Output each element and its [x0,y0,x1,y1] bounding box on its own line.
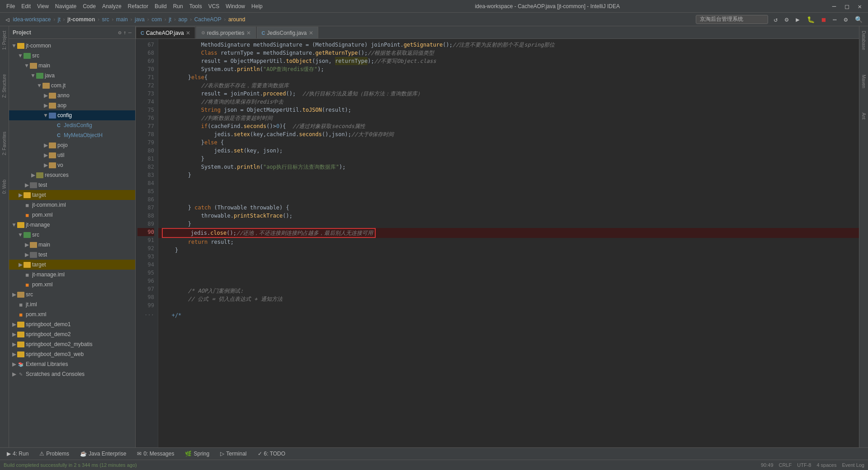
breadcrumb-java[interactable]: java [135,16,145,23]
tree-item-anno[interactable]: ▶ anno [9,90,135,100]
tree-item-aop[interactable]: ▶ aop [9,100,135,110]
tab-problems[interactable]: ⚠ Problems [34,448,74,459]
tab-cacheaop-close[interactable]: ✕ [186,30,190,36]
tree-item-pojo[interactable]: ▶ pojo [9,140,135,150]
back-button[interactable]: ◁ [4,15,11,24]
code-content[interactable]: MethodSignature methodSignature = (Metho… [158,39,859,447]
panel-icon-collapse[interactable]: — [128,29,132,36]
tree-item-jt-iml[interactable]: ▶ ◼ jt.iml [9,299,135,309]
tab-redis-label: redis.properties [207,30,245,36]
arrow-test: ▶ [24,182,30,188]
tab-run[interactable]: ▶ 4: Run [2,448,33,459]
maximize-button[interactable]: □ [842,3,851,10]
breadcrumb-aop[interactable]: aop [178,16,187,23]
database-tab[interactable]: Database [860,28,867,53]
tree-item-jt-manage[interactable]: ▼ jt-manage [9,220,135,230]
tree-item-jt-manage-iml[interactable]: ▶ ◼ jt-manage.iml [9,270,135,280]
menu-view[interactable]: View [34,2,52,10]
menu-code[interactable]: Code [80,2,99,10]
tree-item-pom-root[interactable]: ▶ ◼ pom.xml [9,309,135,319]
tree-item-jt-common-iml[interactable]: ▶ ◼ jt-common.iml [9,200,135,210]
tree-item-vo[interactable]: ▶ vo [9,160,135,170]
tree-item-jedisconfig[interactable]: ▶ C JedisConfig [9,120,135,130]
menu-analyze[interactable]: Analyze [99,2,124,10]
tree-item-jt-manage-main[interactable]: ▶ main [9,240,135,250]
breadcrumb-com[interactable]: com [151,16,162,23]
refresh-button[interactable]: ↺ [772,15,779,24]
tree-item-resources[interactable]: ▶ resources [9,170,135,180]
menu-edit[interactable]: Edit [19,2,33,10]
search-input[interactable] [696,15,768,24]
menu-help[interactable]: Help [249,2,265,10]
tree-item-src[interactable]: ▼ src [9,51,135,61]
debug-button[interactable]: 🐛 [805,15,816,24]
tree-item-util[interactable]: ▶ util [9,150,135,160]
breadcrumb-jt-common[interactable]: jt-common [67,16,95,23]
breadcrumb-main[interactable]: main [116,16,128,23]
menu-tools[interactable]: Tools [187,2,205,10]
tab-terminal[interactable]: ▷ Terminal [215,448,251,459]
breadcrumb-workspace[interactable]: idea-workspace [13,16,51,23]
tab-cacheaop[interactable]: C CacheAOP.java ✕ [136,27,195,38]
tree-item-scratches[interactable]: ▶ ✎ Scratches and Consoles [9,369,135,379]
breadcrumb-jt[interactable]: jt [169,16,171,23]
breadcrumb-around[interactable]: around [228,16,245,23]
tree-item-pom-jt-common[interactable]: ▶ ◼ pom.xml [9,210,135,220]
panel-icon-settings[interactable]: ⚙ [118,29,121,36]
tab-redis-properties[interactable]: ⚙ redis.properties ✕ [196,27,256,38]
stop-button[interactable]: ■ [820,15,827,24]
menu-file[interactable]: File [4,2,18,10]
structure-icon[interactable]: Z: Structure [1,71,8,100]
tab-todo[interactable]: ✓ 6: TODO [253,448,291,459]
menu-window[interactable]: Window [223,2,248,10]
menu-build[interactable]: Build [152,2,170,10]
tree-item-jt-manage-target[interactable]: ▶ target [9,260,135,270]
tree-item-jt-manage-src[interactable]: ▼ src [9,230,135,240]
tree-item-jt-manage-test[interactable]: ▶ test [9,250,135,260]
tree-item-com-jt[interactable]: ▼ com.jt [9,81,135,90]
code-line-72: //表示数据不存在，需要查询数据库 [158,81,859,90]
tree-item-pom-jt-manage[interactable]: ▶ ◼ pom.xml [9,280,135,290]
event-log-button[interactable]: Event Log [842,462,864,468]
breadcrumb-jt[interactable]: jt [58,16,61,23]
tree-item-springboot-demo2-mybatis[interactable]: ▶ springboot_demo2_mybatis [9,339,135,349]
favorites-icon[interactable]: 2: Favorites [1,129,8,158]
minimize-button[interactable]: ─ [830,3,839,10]
tree-item-src-root[interactable]: ▶ src [9,290,135,299]
tree-item-springboot-demo3-web[interactable]: ▶ springboot_demo3_web [9,349,135,359]
tab-messages[interactable]: ✉ 0: Messages [132,448,179,459]
maven-tab[interactable]: Maven [860,72,867,91]
breadcrumb-cacheaop[interactable]: CacheAOP [194,16,222,23]
menu-run[interactable]: Run [170,2,186,10]
zoom-in-icon[interactable]: 🔍 [853,15,864,24]
web-icon[interactable]: 0: Web [1,177,8,197]
project-icon[interactable]: 1: Project [1,28,8,52]
ant-tab[interactable]: Ant [860,110,867,122]
tree-item-target[interactable]: ▶ target [9,190,135,200]
build-button[interactable]: ⚙ [783,15,790,24]
tree-item-mymetaobject[interactable]: ▶ C MyMetaObjectH [9,130,135,140]
tab-spring[interactable]: 🌿 Spring [180,448,214,459]
close-button[interactable]: ✕ [855,3,864,10]
tab-jedisconfig-close[interactable]: ✕ [309,30,313,36]
tree-item-springboot-demo2[interactable]: ▶ springboot_demo2 [9,329,135,339]
tree-item-springboot-demo1[interactable]: ▶ springboot_demo1 [9,319,135,329]
tree-item-jt-common[interactable]: ▼ jt-common [9,41,135,51]
tab-java-enterprise[interactable]: ☕ Java Enterprise [75,448,131,459]
tree-item-external-libs[interactable]: ▶ 📚 External Libraries [9,359,135,369]
menu-navigate[interactable]: Navigate [52,2,79,10]
menu-refactor[interactable]: Refactor [125,2,151,10]
breadcrumb-src[interactable]: src [102,16,109,23]
tree-item-test[interactable]: ▶ test [9,180,135,190]
run-button[interactable]: ▶ [794,15,801,24]
settings-icon[interactable]: ⚙ [842,15,849,24]
tab-redis-close[interactable]: ✕ [246,30,251,36]
tab-jedisconfig[interactable]: C JedisConfig.java ✕ [257,27,318,38]
folder-java-icon [36,73,43,79]
tree-item-java[interactable]: ▼ java [9,71,135,81]
tree-item-config[interactable]: ▼ config [9,110,135,120]
panel-icon-up[interactable]: ↑ [123,29,127,36]
menu-vcs[interactable]: VCS [206,2,222,10]
tree-item-main[interactable]: ▼ main [9,61,135,71]
more-button[interactable]: ⋯ [831,15,838,24]
